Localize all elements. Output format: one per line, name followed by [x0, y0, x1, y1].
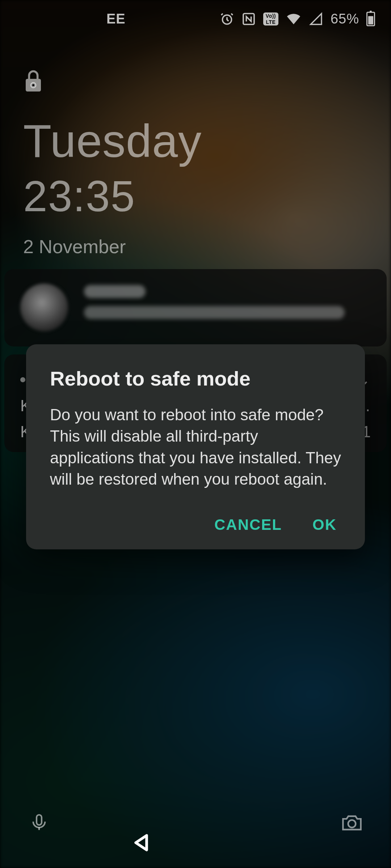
cancel-button[interactable]: CANCEL: [214, 516, 282, 533]
lockscreen-day: Tuesday: [23, 118, 202, 164]
dialog-body: Do you want to reboot into safe mode? Th…: [50, 404, 341, 490]
svg-point-3: [31, 83, 35, 87]
cellular-signal-icon: [309, 12, 323, 26]
notification-avatar: [20, 284, 68, 331]
notification-title-redacted: [84, 285, 146, 298]
lockscreen-time: 23:35: [23, 174, 202, 218]
lockscreen-info: Tuesday 23:35 2 November: [23, 69, 202, 258]
ok-button[interactable]: OK: [312, 516, 337, 533]
voice-assist-shortcut[interactable]: [26, 809, 52, 835]
carrier-label: EE: [106, 11, 126, 27]
back-nav-icon[interactable]: [130, 832, 152, 854]
svg-point-5: [348, 820, 356, 827]
svg-rect-4: [37, 815, 42, 825]
volte-bottom: LTE: [266, 19, 276, 25]
battery-icon: [366, 12, 375, 26]
volte-top: Vo)): [266, 13, 276, 19]
alarm-icon: [220, 12, 234, 26]
wifi-icon: [286, 12, 302, 26]
battery-percentage: 65%: [331, 11, 359, 27]
lockscreen-bottom-bar: [0, 788, 391, 868]
nfc-icon: [241, 12, 256, 26]
lock-icon: [23, 69, 43, 93]
safe-mode-dialog: Reboot to safe mode Do you want to reboo…: [26, 344, 365, 549]
lockscreen-date: 2 November: [23, 236, 202, 258]
notification-card[interactable]: [4, 269, 387, 346]
camera-shortcut[interactable]: [339, 809, 365, 835]
status-bar: EE Vo)) LTE 65%: [0, 0, 391, 38]
dialog-title: Reboot to safe mode: [50, 367, 341, 390]
volte-icon: Vo)) LTE: [263, 12, 278, 25]
dialog-actions: CANCEL OK: [50, 516, 341, 533]
notification-body-redacted: [84, 306, 345, 319]
